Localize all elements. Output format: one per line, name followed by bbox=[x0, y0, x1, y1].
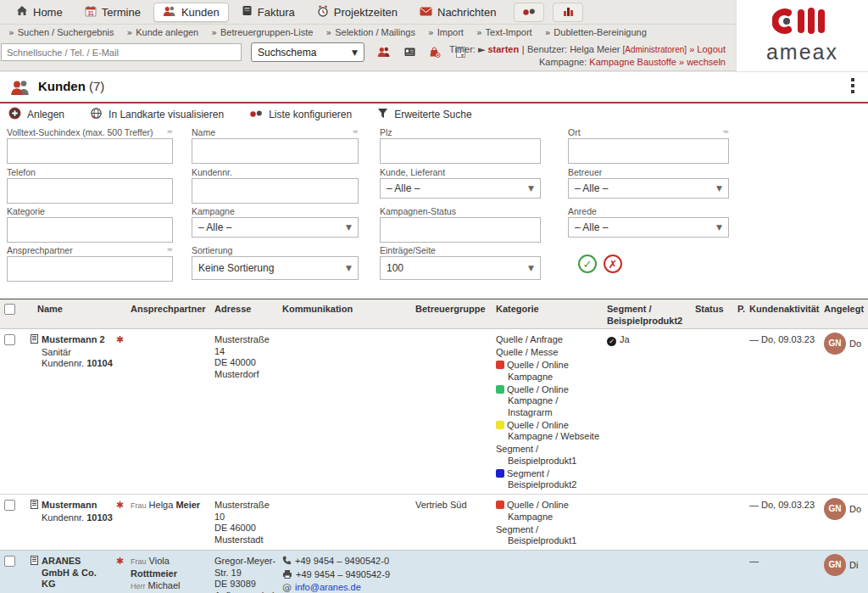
address-cell: Gregor-Meyer-Str. 19 DE 93089 Aufhausen … bbox=[214, 551, 282, 593]
telefon-input[interactable] bbox=[7, 178, 173, 204]
communication-cell: +49 9454 – 9490542-0 +49 9454 – 9490542-… bbox=[282, 551, 415, 593]
subnav-suchen[interactable]: »Suchen / Suchergebnis bbox=[8, 27, 114, 38]
category-color-swatch bbox=[496, 361, 504, 369]
add-contact-button[interactable] bbox=[376, 44, 392, 59]
col-name: Name bbox=[31, 299, 131, 328]
kundennr-label: Kundennr. bbox=[192, 167, 232, 177]
sortierung-select[interactable]: Keine Sortierung▼ bbox=[192, 256, 359, 280]
kebab-menu-button[interactable] bbox=[851, 78, 854, 93]
category-item: Segment / Beispielprodukt2 bbox=[496, 468, 604, 491]
category-item: Segment / Beispielprodukt1 bbox=[496, 444, 604, 467]
create-button[interactable]: Anlegen bbox=[8, 107, 64, 122]
bar-chart-icon bbox=[563, 4, 574, 20]
kategorie-input[interactable] bbox=[7, 217, 173, 243]
tab-home-label: Home bbox=[33, 6, 63, 19]
suchschema-select[interactable]: Suchschema ▼ bbox=[251, 42, 364, 62]
logout-link[interactable]: » Logout bbox=[689, 44, 726, 54]
address-cell: Musterstraße 10 DE 46000 Musterstadt bbox=[214, 495, 282, 550]
table-row[interactable]: Mustermann 2 Sanitär Kundennr. 10104 ✱ M… bbox=[0, 329, 868, 494]
table-row[interactable]: Mustermann Kundennr. 10103 ✱ Frau Helga … bbox=[0, 494, 868, 550]
segment-cell: ✓Ja bbox=[607, 329, 695, 494]
tab-projektzeiten[interactable]: Projektzeiten bbox=[308, 2, 407, 23]
quick-search-input[interactable] bbox=[1, 43, 242, 61]
kunde-lieferant-label: Kunde, Lieferant bbox=[380, 167, 445, 177]
anrede-select[interactable]: – Alle –▼ bbox=[568, 217, 729, 238]
configure-list-button[interactable]: Liste konfigurieren bbox=[249, 109, 352, 120]
important-asterisk-icon: ✱ bbox=[116, 334, 124, 346]
phone-icon bbox=[282, 556, 292, 568]
avatar: GN bbox=[824, 498, 846, 520]
betreuergruppe-cell bbox=[415, 329, 496, 494]
eintraege-select[interactable]: 100▼ bbox=[380, 256, 541, 280]
calendar-icon: 31 bbox=[85, 5, 97, 20]
created-cell: GN Do bbox=[824, 495, 868, 550]
subnav-dubletten[interactable]: »Dubletten-Bereinigung bbox=[545, 27, 647, 38]
tab-faktura[interactable]: Faktura bbox=[232, 2, 304, 22]
important-asterisk-icon: ✱ bbox=[116, 500, 124, 512]
category-item: Quelle / Online Kampagne bbox=[496, 360, 604, 383]
row-checkbox[interactable] bbox=[4, 500, 15, 511]
plz-input[interactable] bbox=[380, 138, 541, 164]
play-icon: ► bbox=[478, 44, 485, 55]
category-cell: Quelle / Anfrage Quelle / Messe Quelle /… bbox=[496, 329, 607, 494]
chevron-icon: » bbox=[326, 27, 331, 38]
p-cell bbox=[737, 551, 749, 593]
communication-cell bbox=[282, 329, 415, 494]
svg-text:31: 31 bbox=[87, 9, 94, 15]
col-kommunikation: Kommunikation bbox=[282, 299, 415, 328]
customer-name-cell: Mustermann 2 Sanitär Kundennr. 10104 ✱ bbox=[31, 329, 131, 494]
activity-cell: — Do, 09.03.23 bbox=[749, 495, 824, 550]
ansprechpartner-input[interactable] bbox=[7, 256, 173, 282]
category-item: Quelle / Online Kampagne bbox=[496, 500, 604, 523]
kategorie-label: Kategorie bbox=[7, 206, 45, 216]
address-card-button[interactable] bbox=[401, 44, 418, 59]
tab-kunden[interactable]: Kunden bbox=[153, 3, 229, 22]
apply-filter-button[interactable]: ✓ bbox=[578, 255, 597, 273]
tab-termine[interactable]: 31 Termine bbox=[75, 2, 150, 23]
tab-home[interactable]: Home bbox=[7, 2, 72, 22]
name-label: Name bbox=[192, 127, 215, 137]
statistics-button[interactable] bbox=[553, 3, 583, 22]
subnav-text-import[interactable]: »Text-Import bbox=[476, 27, 532, 38]
reset-filter-button[interactable]: ✗ bbox=[604, 255, 622, 273]
status-cell bbox=[695, 551, 737, 593]
tab-nachrichten[interactable]: Nachrichten bbox=[410, 3, 505, 22]
timer-start-link[interactable]: starten bbox=[487, 44, 519, 54]
address-cell: Musterstraße 14 DE 40000 Musterdorf bbox=[214, 329, 282, 494]
kampagnen-status-input[interactable] bbox=[380, 217, 541, 243]
volltext-label: Volltext-Suchindex (max. 500 Treffer) bbox=[7, 127, 153, 137]
kampagne-switch-link[interactable]: » wechseln bbox=[679, 57, 726, 67]
timer-label: Timer: bbox=[449, 44, 476, 54]
kunde-lieferant-select[interactable]: – Alle –▼ bbox=[380, 178, 541, 199]
table-row-selected[interactable]: ARANES GmbH & Co. KG ✱ Frau Viola Rotttm… bbox=[0, 550, 868, 593]
add-order-button[interactable] bbox=[426, 44, 443, 59]
category-item: Quelle / Online Kampagne / Webseite bbox=[496, 420, 604, 443]
col-p: P. bbox=[737, 299, 749, 328]
name-input[interactable] bbox=[192, 138, 359, 164]
kampagne-select[interactable]: – Alle –▼ bbox=[192, 217, 359, 238]
ort-label: Ort bbox=[568, 127, 581, 137]
status-cell bbox=[695, 329, 737, 494]
configure-view-button[interactable] bbox=[514, 3, 544, 22]
kundennr-input[interactable] bbox=[192, 178, 359, 204]
ort-input[interactable] bbox=[568, 138, 729, 164]
map-visualize-button[interactable]: In Landkarte visualisieren bbox=[90, 107, 224, 122]
customer-name: Mustermann 2 bbox=[42, 334, 105, 346]
table-header-row: Name Ansprechpartner Adresse Kommunikati… bbox=[0, 299, 868, 329]
customer-number: 10104 bbox=[86, 358, 113, 368]
subnav-selektion[interactable]: »Selektion / Mailings bbox=[326, 27, 415, 38]
row-checkbox[interactable] bbox=[4, 556, 15, 567]
plz-label: Plz bbox=[380, 127, 392, 137]
category-color-swatch bbox=[496, 501, 504, 509]
subnav-betreuergruppen[interactable]: »Betreuergruppen-Liste bbox=[211, 27, 313, 38]
subnav-import[interactable]: »Import bbox=[428, 27, 464, 38]
chevron-icon: » bbox=[211, 27, 217, 38]
betreuer-select[interactable]: – Alle –▼ bbox=[568, 178, 729, 199]
sortierung-label: Sortierung bbox=[192, 245, 232, 255]
volltext-input[interactable] bbox=[7, 138, 173, 164]
subnav-kunde-anlegen[interactable]: »Kunde anlegen bbox=[126, 27, 198, 38]
email-link[interactable]: info@aranes.de bbox=[295, 582, 361, 593]
select-all-checkbox[interactable] bbox=[4, 304, 15, 315]
advanced-search-button[interactable]: Erweiterte Suche bbox=[377, 108, 471, 121]
row-checkbox[interactable] bbox=[4, 334, 15, 345]
